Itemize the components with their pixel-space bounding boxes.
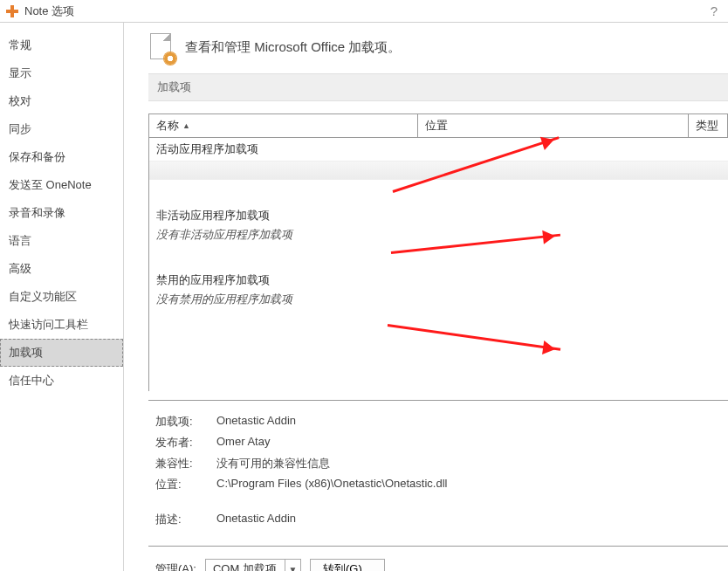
detail-key: 发布者: [155,435,216,451]
column-header-type[interactable]: 类型 [689,114,728,138]
titlebar: Note 选项 ? [0,0,728,23]
manage-type-value: COM 加载项 [206,561,285,571]
sidebar-item[interactable]: 校对 [0,87,123,115]
page-title: 查看和管理 Microsoft Office 加载项。 [185,39,401,56]
column-header-name-label: 名称 [156,118,179,134]
detail-value: C:\Program Files (x86)\Onetastic\Onetast… [216,477,447,492]
manage-label-pre: 管理( [155,562,182,571]
sidebar-item[interactable]: 信任中心 [0,367,123,395]
page-header: 查看和管理 Microsoft Office 加载项。 [148,33,728,61]
sidebar-item[interactable]: 语言 [0,227,123,255]
manage-row: 管理(A): COM 加载项 ▼ 转到(G)... [148,546,728,571]
sidebar-item[interactable]: 录音和录像 [0,199,123,227]
detail-key: 描述: [155,512,216,527]
go-access-key: G [349,562,358,571]
sidebar-item[interactable]: 常规 [0,31,123,59]
sort-asc-icon: ▲ [182,121,190,130]
group-empty-inactive: 没有非活动应用程序加载项 [149,225,728,244]
main-panel: 查看和管理 Microsoft Office 加载项。 加载项 名称 ▲ 位置 … [124,23,728,571]
detail-row: 位置:C:\Program Files (x86)\Onetastic\Onet… [155,474,728,495]
body: 常规显示校对同步保存和备份发送至 OneNote录音和录像语言高级自定义功能区快… [0,23,728,571]
detail-key: 加载项: [155,414,216,430]
help-button[interactable]: ? [705,3,723,18]
detail-row: 加载项:Onetastic Addin [155,411,728,432]
manage-label: 管理(A): [155,561,196,571]
sidebar-item[interactable]: 高级 [0,255,123,283]
sidebar-item[interactable]: 自定义功能区 [0,283,123,311]
addins-table: 名称 ▲ 位置 类型 活动应用程序加载项 非活动应用程序加载项 没有非活动应用程… [148,114,728,391]
chevron-down-icon[interactable]: ▼ [285,560,300,571]
go-label-post: )... [358,562,371,571]
sidebar-item[interactable]: 发送至 OneNote [0,171,123,199]
addins-doc-gear-icon [148,33,173,61]
group-heading-inactive: 非活动应用程序加载项 [149,204,728,225]
window-title: Note 选项 [24,3,705,19]
detail-row: 发布者:Omer Atay [155,432,728,453]
sidebar-item[interactable]: 保存和备份 [0,143,123,171]
addin-details: 加载项:Onetastic Addin发布者:Omer Atay兼容性:没有可用… [148,400,728,530]
detail-value: 没有可用的兼容性信息 [216,456,330,471]
group-heading-disabled: 禁用的应用程序加载项 [149,269,728,290]
sidebar-item[interactable]: 同步 [0,115,123,143]
go-label-pre: 转到( [323,562,349,571]
detail-key: 位置: [155,477,216,492]
manage-access-key: A [182,562,189,571]
detail-row: 描述:Onetastic Addin [155,509,728,530]
group-empty-disabled: 没有禁用的应用程序加载项 [149,290,728,309]
section-heading-addins: 加载项 [148,73,728,101]
app-plus-icon [5,4,19,18]
detail-value: Onetastic Addin [216,414,296,430]
table-header-row: 名称 ▲ 位置 类型 [148,114,728,138]
detail-row: 兼容性:没有可用的兼容性信息 [155,453,728,474]
manage-label-post: ): [189,562,196,571]
detail-value: Onetastic Addin [216,512,296,527]
go-button[interactable]: 转到(G)... [310,559,385,571]
column-header-name[interactable]: 名称 ▲ [149,114,418,138]
detail-key: 兼容性: [155,456,216,471]
detail-value: Omer Atay [216,435,270,451]
manage-type-select[interactable]: COM 加载项 ▼ [205,559,301,571]
sidebar-item[interactable]: 快速访问工具栏 [0,311,123,339]
group-heading-active: 活动应用程序加载项 [149,138,728,159]
sidebar: 常规显示校对同步保存和备份发送至 OneNote录音和录像语言高级自定义功能区快… [0,23,124,571]
sidebar-item[interactable]: 加载项 [0,339,123,367]
sidebar-item[interactable]: 显示 [0,59,123,87]
